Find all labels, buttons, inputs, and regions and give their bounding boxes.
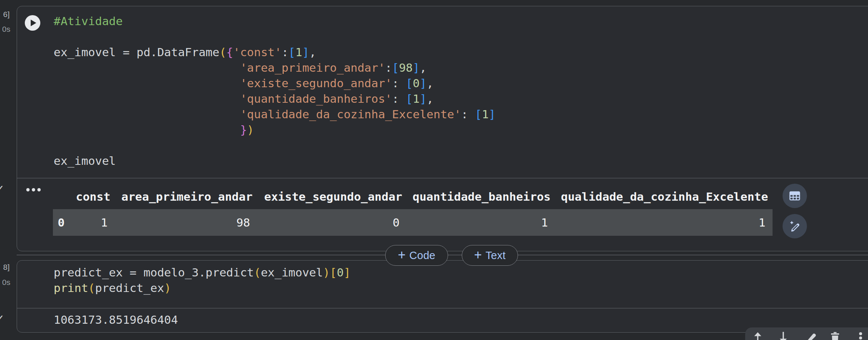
code-line bbox=[54, 137, 496, 153]
move-cell-up-icon[interactable] bbox=[751, 331, 764, 340]
magic-wand-icon bbox=[787, 219, 802, 234]
code-line: print(predict_ex) bbox=[54, 280, 351, 296]
play-icon bbox=[31, 20, 36, 26]
table-cell: 1 bbox=[101, 209, 108, 236]
column-header: quantidade_banheiros bbox=[413, 190, 551, 203]
dataframe-output: constarea_primeiro_andarexiste_segundo_a… bbox=[53, 187, 774, 238]
add-code-label: Code bbox=[409, 249, 435, 262]
add-text-cell-button[interactable]: + Text bbox=[462, 245, 518, 266]
more-actions-icon[interactable] bbox=[854, 331, 867, 340]
cell2-success-check-icon: ✓ bbox=[0, 313, 4, 324]
cell1-code-editor[interactable]: #Atividade ex_imovel = pd.DataFrame({'co… bbox=[54, 13, 496, 169]
cell1-execution-count: 6] bbox=[0, 10, 10, 18]
table-cell: 0 bbox=[393, 209, 400, 236]
code-line: 'quantidade_banheiros': [1], bbox=[54, 91, 496, 106]
code-line: predict_ex = modelo_3.predict(ex_imovel)… bbox=[54, 265, 351, 280]
column-header: existe_segundo_andar bbox=[264, 190, 402, 203]
cell1-output-divider bbox=[17, 178, 868, 178]
code-line: ex_imovel = pd.DataFrame({'const':[1], bbox=[54, 44, 496, 60]
cell-toolbar bbox=[745, 327, 868, 340]
cell1-success-check-icon: ✓ bbox=[0, 184, 4, 195]
column-header: area_primeiro_andar bbox=[121, 190, 253, 203]
code-line: #Atividade bbox=[54, 13, 496, 29]
column-header: const bbox=[76, 190, 110, 203]
table-cell: 1 bbox=[541, 209, 548, 236]
add-text-label: Text bbox=[485, 249, 505, 262]
code-line: 'qualidade_da_cozinha_Excelente': [1] bbox=[54, 106, 496, 122]
edit-pencil-icon[interactable] bbox=[804, 331, 817, 340]
plus-icon: + bbox=[398, 248, 406, 262]
plus-icon: + bbox=[474, 248, 482, 262]
table-output-icon bbox=[787, 188, 802, 203]
code-line: 'existe_segundo_andar': [0], bbox=[54, 75, 496, 91]
cell2-output-text: 1063173.8519646404 bbox=[54, 312, 178, 327]
move-cell-down-icon[interactable] bbox=[777, 331, 790, 340]
code-line: ex_imovel bbox=[54, 153, 496, 169]
cell2-execution-time: 0s bbox=[0, 278, 10, 286]
cell2-execution-count: 8] bbox=[0, 263, 10, 271]
add-code-cell-button[interactable]: + Code bbox=[385, 245, 448, 266]
column-header: qualidade_da_cozinha_Excelente bbox=[561, 190, 768, 203]
run-cell-button[interactable] bbox=[25, 15, 40, 31]
colab-notebook: { "colors": { "page_bg": "#27292c", "cel… bbox=[0, 0, 868, 340]
cell2-output-divider bbox=[17, 308, 868, 309]
output-options-icon[interactable] bbox=[26, 188, 41, 191]
table-row: 0198011 bbox=[53, 209, 773, 236]
delete-cell-icon[interactable] bbox=[828, 331, 842, 340]
interactive-table-button[interactable] bbox=[783, 184, 807, 208]
cell1-execution-time: 0s bbox=[0, 25, 10, 33]
table-cell: 1 bbox=[758, 209, 766, 236]
suggest-code-button[interactable] bbox=[783, 214, 807, 238]
code-line bbox=[54, 29, 496, 44]
row-index: 0 bbox=[58, 209, 65, 236]
code-line: }) bbox=[54, 122, 496, 137]
cell2-code-editor[interactable]: predict_ex = modelo_3.predict(ex_imovel)… bbox=[54, 265, 351, 296]
code-line: 'area_primeiro_andar':[98], bbox=[54, 60, 496, 75]
table-cell: 98 bbox=[236, 209, 250, 236]
